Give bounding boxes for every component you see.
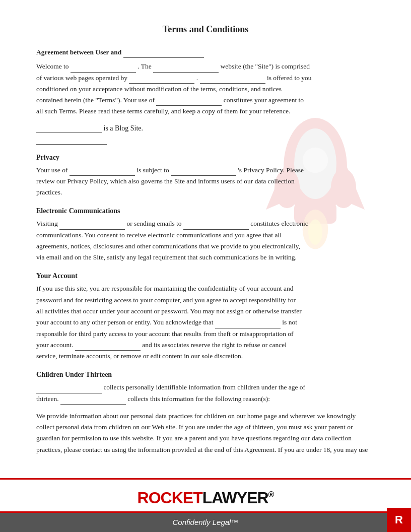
period-text: . [196, 74, 198, 82]
electronic-text3: constitutes electronic [250, 220, 308, 227]
account-heading: Your Account [36, 272, 375, 280]
various-line: of various web pages operated by . is of… [36, 73, 375, 84]
footer-tagline: Confidently Legal™ [173, 518, 239, 526]
children-blank-2[interactable] [60, 397, 126, 405]
children-blank-1[interactable] [36, 386, 102, 393]
contained-text: contained herein (the "Terms"). Your use… [36, 96, 155, 104]
electronic-line-3: agreements, notices, disclosures and oth… [36, 241, 375, 252]
account-line-2: password and for restricting access to y… [36, 295, 375, 306]
footer: ROCKETLAWYER® Confidently Legal™ R [0, 478, 411, 532]
page-title: Terms and Conditions [36, 24, 375, 35]
the-text: . The [138, 62, 152, 70]
electronic-line-1: Visiting or sending emails to constitute… [36, 218, 375, 229]
section-account: Your Account If you use this site, you a… [36, 272, 375, 362]
welcome-text: Welcome to [36, 62, 69, 70]
account-text4: your account to any other person or enti… [36, 318, 214, 326]
privacy-blank-2[interactable] [171, 169, 236, 176]
blog-blank[interactable] [36, 125, 102, 132]
footer-logo-bar: ROCKETLAWYER® [0, 478, 411, 511]
agreement-line: Agreement between User and [36, 47, 375, 58]
children-text1: collects personally identifiable informa… [103, 383, 305, 391]
section-children: Children Under Thirteen collects persona… [36, 371, 375, 455]
page-content: Terms and Conditions Agreement between U… [0, 0, 411, 455]
privacy-line-3: practices. [36, 187, 375, 198]
children-heading: Children Under Thirteen [36, 371, 375, 379]
footer-r-badge: R [387, 508, 411, 532]
blog-text: is a Blog Site. [104, 124, 144, 132]
is-offered-text: is offered to you [267, 74, 312, 82]
all-such-line: all such Terms. Please read these terms … [36, 106, 375, 117]
account-blank-1[interactable] [215, 321, 281, 328]
electronic-text2: or sending emails to [126, 220, 181, 227]
electronic-blank-2[interactable] [183, 223, 249, 230]
privacy-text3: 's Privacy Policy. Please [238, 166, 304, 174]
section-agreement: Agreement between User and Welcome to . … [36, 47, 375, 145]
terms-blank[interactable] [156, 99, 222, 106]
account-blank-2[interactable] [75, 344, 141, 351]
children-line-2: thirteen. collects this information for … [36, 393, 375, 405]
account-text8: and its associates reserve the right to … [142, 341, 287, 349]
of-various-text: of various web pages operated by [36, 74, 127, 82]
section-privacy: Privacy Your use of is subject to 's Pri… [36, 154, 375, 198]
electronic-text1: Visiting [36, 220, 58, 227]
operated-by-blank[interactable] [129, 77, 194, 84]
electronic-line-4: via email and on the Site, satisfy any l… [36, 252, 375, 263]
website-label: website (the "Site") is comprised [221, 62, 310, 70]
conditioned-line: conditioned on your acceptance without m… [36, 84, 375, 95]
account-line-7: service, terminate accounts, or remove o… [36, 351, 375, 362]
section-electronic: Electronic Communications Visiting or se… [36, 207, 375, 263]
account-line-1: If you use this site, you are responsibl… [36, 283, 375, 294]
account-text5: is not [282, 318, 297, 326]
logo-red: ROCKET [138, 489, 202, 507]
welcome-line: Welcome to . The website (the "Site") is… [36, 61, 375, 72]
agreement-label: Agreement between User and [36, 48, 121, 56]
children-text3: collects this information for the follow… [127, 395, 270, 403]
privacy-line-2: review our Privacy Policy, which also go… [36, 176, 375, 187]
footer-logo: ROCKETLAWYER® [0, 489, 411, 507]
site-name-blank-1[interactable] [71, 65, 136, 73]
account-line-3: all activities that occur under your acc… [36, 306, 375, 317]
children-text2: thirteen. [36, 395, 59, 403]
blog-line: is a Blog Site. [36, 124, 375, 132]
footer-tagline-bar: Confidently Legal™ [0, 513, 411, 532]
account-line-4: your account to any other person or enti… [36, 317, 375, 328]
reg-symbol: ® [268, 490, 274, 499]
constitutes-text: constitutes your agreement to [224, 96, 304, 104]
agreement-blank[interactable] [123, 51, 204, 58]
logo-black: LAWYER [202, 489, 268, 507]
privacy-line-1: Your use of is subject to 's Privacy Pol… [36, 165, 375, 176]
account-text7: your account. [36, 341, 73, 349]
privacy-text1: Your use of [36, 166, 67, 174]
privacy-text2: is subject to [136, 166, 169, 174]
children-para: We provide information about our persona… [36, 411, 375, 455]
contained-line: contained herein (the "Terms"). Your use… [36, 95, 375, 106]
account-line-6: your account. and its associates reserve… [36, 340, 375, 351]
offered-blank[interactable] [200, 77, 265, 84]
site-name-blank-2[interactable] [153, 65, 219, 73]
electronic-heading: Electronic Communications [36, 207, 375, 215]
privacy-heading: Privacy [36, 154, 375, 162]
account-line-5: responsible for third party access to yo… [36, 328, 375, 340]
electronic-blank-1[interactable] [59, 223, 125, 230]
privacy-blank-1[interactable] [70, 169, 135, 176]
children-line-1: collects personally identifiable informa… [36, 382, 375, 393]
electronic-line-2: communications. You consent to receive e… [36, 230, 375, 241]
standalone-blank-1[interactable] [36, 138, 107, 145]
